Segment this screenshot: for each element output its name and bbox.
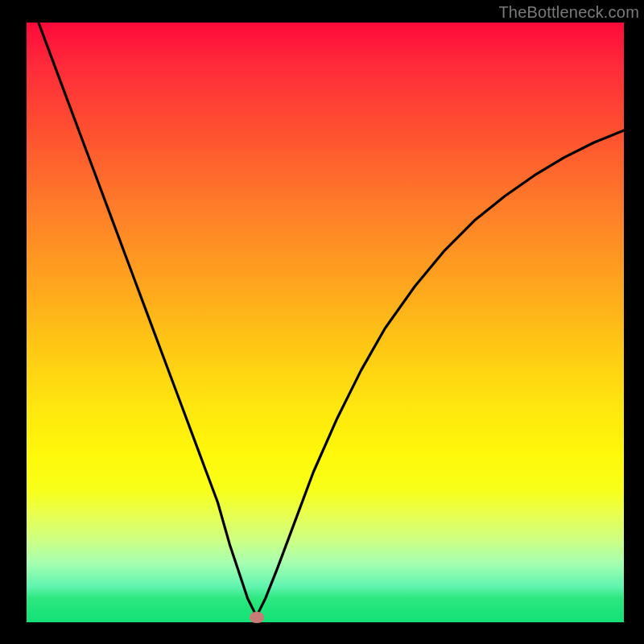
plot-area (27, 23, 624, 622)
minimum-marker (250, 612, 264, 623)
chart-frame: TheBottleneck.com (0, 0, 644, 644)
watermark-text: TheBottleneck.com (498, 3, 639, 22)
